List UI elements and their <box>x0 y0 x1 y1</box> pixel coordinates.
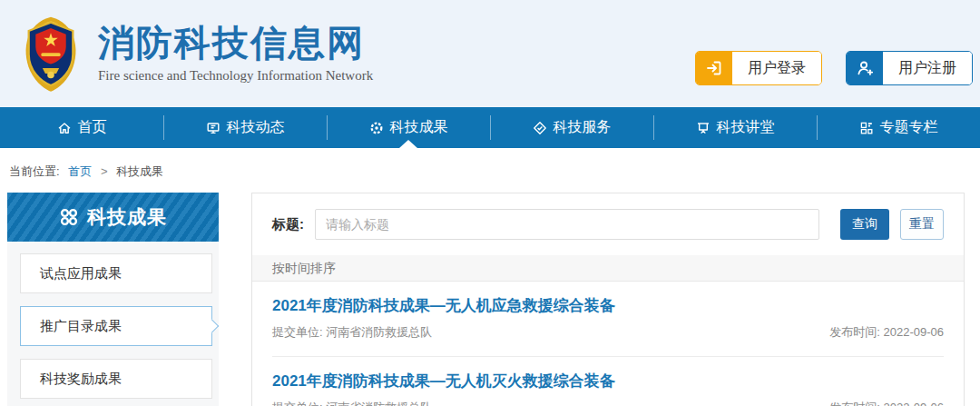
nav-item-label: 科技动态 <box>227 118 285 137</box>
reset-button[interactable]: 重置 <box>900 209 944 240</box>
breadcrumb-separator: > <box>101 164 108 178</box>
result-publish-date: 发布时间: 2022-09-06 <box>829 324 944 341</box>
sidebar-item-label: 试点应用成果 <box>40 265 122 282</box>
result-title-link[interactable]: 2021年度消防科技成果—无人机应急救援综合装备 <box>272 295 944 316</box>
result-item-1: 2021年度消防科技成果—无人机灭火救援综合装备提交单位: 河南省消防救援总队发… <box>272 357 944 406</box>
main-nav-list: 首页科技动态科技成果科技服务科技讲堂专题专栏 <box>0 107 980 148</box>
content: 科技成果 试点应用成果推广目录成果科技奖励成果 标题: 查询 重置 按时间排序 … <box>0 193 980 406</box>
nav-item-0[interactable]: 首页 <box>0 107 163 148</box>
sidebar: 科技成果 试点应用成果推广目录成果科技奖励成果 <box>7 193 219 406</box>
gear-icon <box>369 121 384 135</box>
sort-by-time-bar: 按时间排序 <box>252 255 964 282</box>
search-row: 标题: 查询 重置 <box>252 193 964 255</box>
query-button[interactable]: 查询 <box>840 209 889 240</box>
site-subtitle: Fire science and Technology Information … <box>98 68 373 84</box>
nav-item-4[interactable]: 科技讲堂 <box>653 107 817 148</box>
brand: 消防科技信息网 Fire science and Technology Info… <box>16 12 373 95</box>
result-item-0: 2021年度消防科技成果—无人机应急救援综合装备提交单位: 河南省消防救援总队发… <box>272 282 944 357</box>
sidebar-item-0[interactable]: 试点应用成果 <box>20 253 212 293</box>
nav-item-label: 专题专栏 <box>880 118 938 137</box>
nav-item-3[interactable]: 科技服务 <box>490 107 653 148</box>
title-search-input[interactable] <box>315 209 819 240</box>
breadcrumb: 当前位置: 首页 > 科技成果 <box>0 148 980 193</box>
register-button-label: 用户注册 <box>883 52 972 84</box>
sidebar-item-label: 科技奖励成果 <box>40 371 122 388</box>
result-meta: 提交单位: 河南省消防救援总队发布时间: 2022-09-06 <box>272 400 944 406</box>
breadcrumb-current: 科技成果 <box>116 164 163 178</box>
sidebar-item-2[interactable]: 科技奖励成果 <box>20 359 212 399</box>
sidebar-header: 科技成果 <box>7 193 219 242</box>
result-meta: 提交单位: 河南省消防救援总队发布时间: 2022-09-06 <box>272 324 944 341</box>
lecture-board-icon <box>696 121 710 135</box>
login-button[interactable]: 用户登录 <box>695 51 822 85</box>
result-submitter: 提交单位: 河南省消防救援总队 <box>272 400 432 406</box>
home-icon <box>57 121 72 135</box>
breadcrumb-home-link[interactable]: 首页 <box>68 164 92 178</box>
sidebar-item-1[interactable]: 推广目录成果 <box>20 306 212 346</box>
nav-item-label: 科技服务 <box>554 118 612 137</box>
sidebar-title: 科技成果 <box>87 204 167 230</box>
four-circles-icon <box>59 207 79 227</box>
main-nav: 首页科技动态科技成果科技服务科技讲堂专题专栏 <box>0 107 980 148</box>
nav-item-1[interactable]: 科技动态 <box>163 107 327 148</box>
login-icon <box>696 52 732 84</box>
fire-rescue-emblem-logo <box>16 12 85 95</box>
login-button-label: 用户登录 <box>732 52 821 84</box>
nav-item-label: 科技成果 <box>390 118 448 137</box>
user-plus-icon <box>847 52 883 84</box>
nav-item-label: 首页 <box>78 118 107 137</box>
result-list: 2021年度消防科技成果—无人机应急救援综合装备提交单位: 河南省消防救援总队发… <box>252 282 964 406</box>
breadcrumb-prefix: 当前位置: <box>9 164 60 178</box>
result-title-link[interactable]: 2021年度消防科技成果—无人机灭火救援综合装备 <box>272 371 944 391</box>
sidebar-item-label: 推广目录成果 <box>40 318 122 335</box>
monitor-icon <box>206 121 220 135</box>
brand-text: 消防科技信息网 Fire science and Technology Info… <box>98 25 373 84</box>
result-publish-date: 发布时间: 2022-09-06 <box>829 400 944 406</box>
results-panel: 标题: 查询 重置 按时间排序 2021年度消防科技成果—无人机应急救援综合装备… <box>251 193 965 406</box>
sidebar-menu: 试点应用成果推广目录成果科技奖励成果 <box>7 242 219 406</box>
result-submitter: 提交单位: 河南省消防救援总队 <box>272 324 432 341</box>
blocks-grid-icon <box>859 121 874 135</box>
site-title: 消防科技信息网 <box>98 25 373 63</box>
register-button[interactable]: 用户注册 <box>846 51 973 85</box>
nav-item-2[interactable]: 科技成果 <box>327 107 490 148</box>
nav-item-label: 科技讲堂 <box>717 118 775 137</box>
search-title-label: 标题: <box>272 216 304 233</box>
auth-buttons: 用户登录 用户注册 <box>695 51 973 85</box>
site-header: 消防科技信息网 Fire science and Technology Info… <box>0 0 980 107</box>
badge-check-icon <box>533 121 547 135</box>
nav-item-5[interactable]: 专题专栏 <box>817 107 980 148</box>
